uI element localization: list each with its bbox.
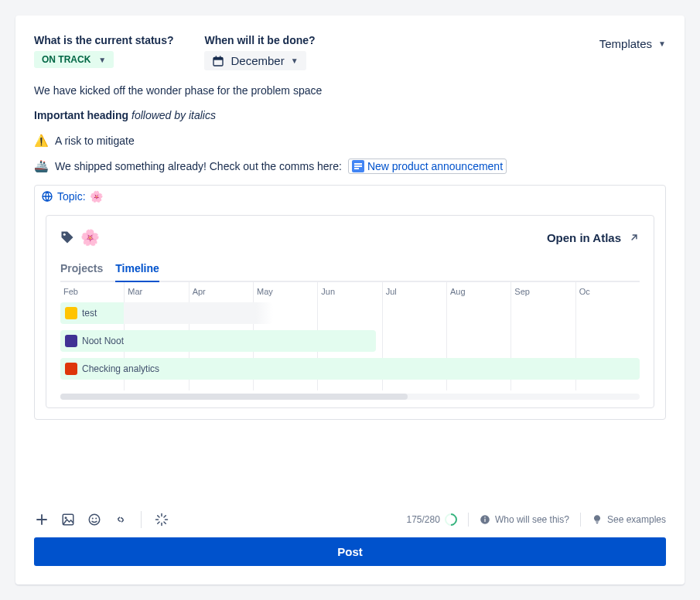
chevron-down-icon: ▼ — [98, 56, 106, 64]
templates-label: Templates — [599, 37, 652, 50]
date-question: When will it be done? — [204, 34, 315, 46]
progress-circle-icon — [442, 511, 460, 529]
svg-rect-23 — [596, 523, 598, 523]
examples-text: See examples — [607, 514, 666, 525]
svg-point-9 — [92, 518, 94, 520]
tab-projects[interactable]: Projects — [60, 257, 103, 281]
ship-text: We shipped something already! Check out … — [55, 160, 342, 172]
warning-icon: ⚠️ — [34, 134, 49, 148]
who-sees-text: Who will see this? — [495, 514, 569, 525]
open-in-atlas-link[interactable]: Open in Atlas — [547, 231, 640, 244]
bold-text: Important heading — [34, 109, 128, 121]
doc-link-text: New product announcement — [367, 160, 503, 172]
svg-point-10 — [95, 518, 97, 520]
timeline-row: Noot Noot — [60, 330, 640, 352]
examples-link[interactable]: See examples — [592, 514, 666, 525]
editor-content[interactable]: We have kicked off the wonder phase for … — [34, 84, 666, 420]
external-link-icon — [629, 232, 640, 243]
link-icon — [114, 513, 128, 527]
topic-emoji: 🌸 — [90, 190, 103, 203]
timeline-row: Checking analytics — [60, 358, 640, 380]
emoji-button[interactable] — [87, 512, 102, 527]
flower-icon: 🌸 — [80, 228, 100, 247]
svg-line-15 — [158, 516, 159, 517]
footer-divider — [580, 513, 581, 527]
timeline-row: test — [60, 302, 640, 324]
topic-prefix: Topic: — [57, 190, 86, 203]
status-group: What is the current status? ON TRACK ▼ — [34, 34, 173, 68]
plus-icon — [35, 513, 49, 527]
status-value: ON TRACK — [42, 54, 90, 65]
ship-line: 🚢 We shipped something already! Check ou… — [34, 159, 666, 174]
italic-text: followed by italics — [131, 109, 216, 121]
image-icon — [61, 513, 75, 527]
timeline-bar-label: Noot Noot — [82, 336, 124, 346]
editor-toolbar: 175/280 Who will see this? See examples — [34, 500, 666, 528]
svg-rect-3 — [220, 56, 220, 58]
svg-rect-1 — [213, 57, 223, 60]
svg-rect-22 — [596, 521, 599, 522]
svg-line-16 — [164, 522, 166, 523]
svg-point-7 — [65, 516, 67, 519]
embed-card: Topic: 🌸 🌸 Open in Atlas Projects T — [34, 185, 666, 420]
svg-point-21 — [484, 516, 486, 518]
timeline-bar[interactable]: Checking analytics — [60, 358, 640, 380]
svg-line-17 — [158, 522, 159, 523]
globe-icon — [41, 190, 53, 203]
who-sees-link[interactable]: Who will see this? — [480, 514, 569, 525]
char-count-text: 175/280 — [407, 514, 440, 525]
embed-body: 🌸 Open in Atlas Projects Timeline FebMar… — [46, 215, 654, 408]
paragraph: We have kicked off the wonder phase for … — [34, 84, 666, 97]
svg-rect-20 — [484, 519, 485, 522]
tab-timeline[interactable]: Timeline — [115, 257, 159, 281]
chevron-down-icon: ▼ — [291, 56, 299, 65]
loading-icon — [155, 513, 169, 527]
footer-divider — [468, 513, 469, 527]
tag-icon — [60, 230, 74, 244]
status-dropdown[interactable]: ON TRACK ▼ — [34, 51, 114, 68]
loading-button[interactable] — [154, 512, 169, 527]
image-button[interactable] — [60, 512, 76, 527]
ship-icon: 🚢 — [34, 159, 49, 173]
emoji-icon — [87, 513, 101, 527]
info-icon — [480, 514, 490, 525]
char-count: 175/280 — [407, 513, 457, 526]
lightbulb-icon — [592, 514, 603, 525]
date-dropdown[interactable]: December ▼ — [204, 51, 306, 70]
risk-line: ⚠️ A risk to mitigate — [34, 134, 666, 148]
scrollbar-thumb[interactable] — [60, 394, 408, 400]
add-button[interactable] — [34, 512, 50, 527]
horizontal-scrollbar[interactable] — [60, 394, 640, 400]
svg-rect-2 — [216, 56, 217, 58]
status-question: What is the current status? — [34, 34, 173, 46]
date-group: When will it be done? December ▼ — [204, 34, 315, 70]
timeline-bar[interactable]: Noot Noot — [60, 330, 376, 352]
embed-topic-link[interactable]: Topic: 🌸 — [35, 186, 665, 207]
risk-text: A risk to mitigate — [55, 135, 135, 147]
toolbar-divider — [141, 511, 142, 528]
project-icon — [65, 307, 77, 319]
timeline-bar-label: Checking analytics — [82, 363, 159, 374]
open-atlas-label: Open in Atlas — [547, 231, 621, 244]
calendar-icon — [212, 55, 224, 67]
link-button[interactable] — [113, 512, 128, 527]
timeline-chart: FebMarAprMayJunJulAugSepOctestNoot NootC… — [60, 282, 640, 390]
embed-tabs: Projects Timeline — [60, 257, 640, 282]
embed-title-row: 🌸 — [60, 228, 100, 247]
chevron-down-icon: ▼ — [658, 39, 666, 48]
timeline-bar-label: test — [82, 308, 97, 319]
doc-icon — [352, 160, 364, 172]
project-icon — [65, 363, 77, 375]
svg-point-8 — [89, 514, 100, 525]
date-value: December — [230, 54, 284, 67]
svg-line-18 — [164, 516, 166, 517]
timeline-bar[interactable]: test — [60, 302, 273, 324]
post-button[interactable]: Post — [34, 537, 666, 566]
templates-dropdown[interactable]: Templates ▼ — [599, 34, 666, 53]
project-icon — [65, 335, 77, 347]
svg-point-5 — [63, 234, 66, 236]
paragraph: Important heading followed by italics — [34, 109, 666, 121]
document-link[interactable]: New product announcement — [348, 159, 507, 174]
